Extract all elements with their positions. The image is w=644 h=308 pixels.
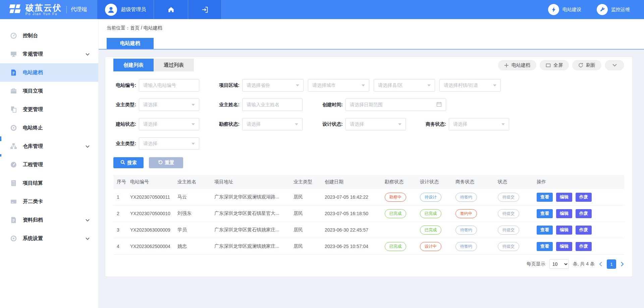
page-tab-station-archive[interactable]: 电站建档	[107, 38, 154, 49]
next-page-button[interactable]	[620, 261, 624, 267]
town-select[interactable]: 请选择村镇/街道	[439, 79, 501, 91]
county-select[interactable]: 请选择县/区	[374, 79, 435, 91]
monitor-icon	[10, 51, 17, 58]
header-right-nav: 电站建设 监控运维	[548, 0, 644, 19]
chevron-down-icon	[612, 64, 617, 67]
col-header: 业主类型	[293, 179, 325, 185]
pagination: 每页显示 10 条, 共 4 条 1	[113, 259, 624, 269]
sidebar-item-console[interactable]: 控制台	[0, 26, 98, 45]
void-button[interactable]: 作废	[576, 193, 592, 202]
filter-row-3: 建站状态: 请选择 勘察状态: 请选择 设计状态: 请选择 商务状态: 请选择	[113, 118, 624, 130]
per-page-select[interactable]: 10	[549, 259, 569, 269]
col-header: 商务状态	[455, 179, 498, 185]
void-button[interactable]: 作废	[576, 209, 592, 218]
sidebar-item-engineering-mgmt[interactable]: 工程管理	[0, 156, 98, 174]
view-button[interactable]: 查看	[537, 242, 553, 251]
refresh-button[interactable]: 刷新	[572, 60, 601, 70]
void-button[interactable]: 作废	[576, 242, 592, 251]
sidebar-item-warehouse-mgmt[interactable]: 仓库管理	[0, 137, 98, 156]
row-actions: 查看 编辑 作废	[537, 209, 624, 218]
owner-type-select-2[interactable]: 请选择	[139, 137, 199, 150]
edit-button[interactable]: 编辑	[556, 226, 572, 235]
view-button[interactable]: 查看	[537, 226, 553, 235]
collapse-toolbar-button[interactable]	[605, 60, 624, 70]
placeholder-text: 请选择村镇/街道	[444, 82, 478, 88]
sidebar-item-general-mgmt[interactable]: 常规管理	[0, 45, 98, 63]
solar-panel-logo-icon	[7, 3, 21, 16]
search-icon	[120, 160, 125, 166]
nav-monitor-ops[interactable]: 监控运维	[597, 4, 630, 15]
sidebar-item-station-terminate[interactable]: 电站终止	[0, 119, 98, 137]
province-select[interactable]: 请选择省份	[242, 79, 304, 91]
home-button[interactable]	[154, 0, 188, 19]
owner-type-select[interactable]: 请选择	[139, 99, 199, 111]
edit-button[interactable]: 编辑	[556, 242, 572, 251]
placeholder-text: 请选择	[143, 121, 157, 127]
page-number-current[interactable]: 1	[607, 259, 616, 269]
cell-no: 2	[117, 211, 130, 216]
sidebar-item-label: 开二类卡	[23, 198, 90, 205]
owner-name-input[interactable]: 请输入业主姓名	[242, 99, 303, 111]
sidebar-item-project-approval[interactable]: 项目立项	[0, 82, 98, 100]
prev-page-button[interactable]	[599, 261, 603, 267]
top-header: 破茧云伏 Po Jian Yun Fu 代理端 超级管理员	[0, 0, 644, 19]
design-status-select[interactable]: 请选择	[345, 118, 406, 130]
sidebar-item-label: 工程管理	[23, 162, 90, 168]
sidebar-item-open-class2-card[interactable]: 开二类卡	[0, 192, 98, 211]
tab-passed-list[interactable]: 通过列表	[154, 59, 194, 71]
avatar	[105, 4, 117, 16]
caret-down-icon	[296, 84, 299, 86]
col-header: 项目地址	[214, 179, 293, 185]
sidebar-item-label: 变更管理	[23, 106, 90, 113]
city-select[interactable]: 请选择城市	[308, 79, 369, 91]
sidebar-item-data-archive[interactable]: 资料归档	[0, 211, 98, 229]
fullscreen-icon	[546, 63, 551, 68]
date-range-input[interactable]: 请选择日期范围	[345, 99, 446, 111]
cell-station-no: YX2023063000009	[130, 227, 177, 233]
filter-row-2: 业主类型: 请选择 业主姓名: 请输入业主姓名 创建时间: 请选择日期范围	[113, 99, 624, 111]
edit-button[interactable]: 编辑	[556, 193, 572, 202]
edit-button[interactable]: 编辑	[556, 209, 572, 218]
search-button[interactable]: 搜索	[113, 157, 144, 168]
col-header: 设计状态	[420, 179, 455, 185]
add-station-button[interactable]: 电站建档	[498, 60, 536, 70]
void-button[interactable]: 作废	[576, 226, 592, 235]
breadcrumb-label: 当前位置：	[107, 25, 130, 30]
fullscreen-button[interactable]: 全屏	[540, 60, 569, 70]
plus-icon	[504, 63, 509, 68]
table-row: 2 YX2023070500010 刘强东 广东深圳龙华区黄石镇星官大... 居…	[113, 205, 624, 222]
current-user[interactable]: 超级管理员	[97, 0, 154, 19]
breadcrumb-path[interactable]: 首页 / 电站建档	[130, 25, 162, 30]
filter-label: 业主类型:	[113, 141, 136, 147]
filter-row-1: 电站编号: 请输入电站编号 项目区域: 请选择省份 请选择城市 请选择县/区 请…	[113, 79, 624, 91]
status-badge: 待提交	[498, 193, 519, 202]
placeholder-text: 请选择省份	[247, 82, 270, 88]
sidebar-item-change-mgmt[interactable]: 变更管理	[0, 100, 98, 119]
view-button[interactable]: 查看	[537, 209, 553, 218]
sidebar-item-station-archive[interactable]: 电站建档	[0, 63, 98, 82]
filter-label: 电站编号:	[113, 82, 136, 88]
build-status-select[interactable]: 请选择	[139, 118, 199, 130]
sidebar-item-label: 项目结算	[23, 180, 90, 186]
view-button[interactable]: 查看	[537, 193, 553, 202]
tab-create-list[interactable]: 创建列表	[113, 59, 154, 71]
reset-button[interactable]: 重置	[149, 157, 183, 168]
col-header: 操作	[537, 179, 624, 185]
cell-owner-type: 居民	[293, 210, 325, 217]
sidebar-item-project-settlement[interactable]: 项目结算	[0, 174, 98, 192]
caret-down-icon	[427, 84, 431, 86]
filter-label: 商务状态:	[423, 121, 446, 127]
nav-station-build-label: 电站建设	[562, 7, 581, 13]
sidebar-item-system-settings[interactable]: 系统设置	[0, 229, 98, 248]
nav-station-build[interactable]: 电站建设	[548, 4, 581, 15]
cell-created: 2023-07-05 16:18:50	[325, 211, 385, 216]
caret-down-icon	[192, 123, 195, 125]
sidebar-scrollbar-segment[interactable]	[0, 136, 1, 141]
placeholder-text: 请选择日期范围	[350, 102, 383, 108]
logout-button[interactable]	[188, 0, 222, 19]
business-status-select[interactable]: 请选择	[449, 118, 509, 130]
station-no-input[interactable]: 请输入电站编号	[139, 79, 199, 91]
survey-status-select[interactable]: 请选择	[242, 118, 303, 130]
sidebar-scrollbar-segment[interactable]	[0, 154, 1, 157]
filter-owner-name: 业主姓名: 请输入业主姓名	[217, 99, 303, 111]
